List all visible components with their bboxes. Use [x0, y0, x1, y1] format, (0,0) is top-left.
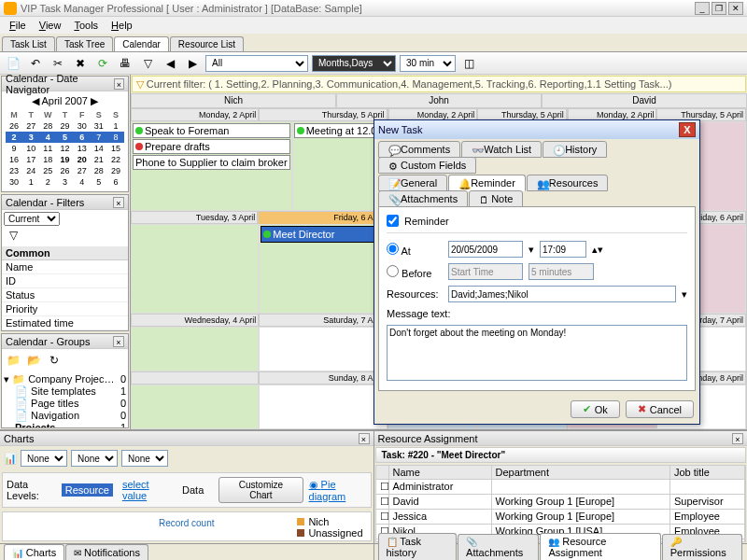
- group-tool-icon[interactable]: 📁: [4, 351, 22, 370]
- dlgtab-custom[interactable]: ⚙Custom Fields: [378, 157, 476, 174]
- chart-sel1[interactable]: None: [21, 450, 67, 467]
- tab-charts[interactable]: 📊 Charts: [4, 544, 64, 560]
- scope-select[interactable]: All: [205, 55, 308, 72]
- dlgtab-reminder[interactable]: 🔔Reminder: [448, 175, 526, 191]
- menu-tools[interactable]: Tools: [68, 18, 104, 33]
- filter-icon[interactable]: ▽: [136, 78, 144, 91]
- panel-close-icon[interactable]: ×: [113, 197, 124, 208]
- filter-icon[interactable]: ▽: [138, 54, 157, 73]
- event[interactable]: Speak to Foreman: [133, 123, 290, 138]
- event[interactable]: Meeting at 12.00: [294, 123, 386, 138]
- dlgtab-note[interactable]: 🗒Note: [469, 190, 523, 207]
- dlgtab-watch[interactable]: 👓Watch List: [461, 141, 542, 158]
- task-header: Task: #220 - "Meet Director": [375, 447, 747, 463]
- prop-row[interactable]: Name: [2, 260, 128, 274]
- dropdown-icon[interactable]: ▾: [682, 288, 687, 301]
- main-tabs: Task List Task Tree Calendar Resource Li…: [0, 34, 747, 52]
- table-row[interactable]: ☐JessicaWorking Group 1 [Europe]Employee: [376, 510, 746, 525]
- table-row[interactable]: ☐DavidWorking Group 1 [Europe]Supervisor: [376, 495, 746, 510]
- before-radio[interactable]: [387, 265, 399, 277]
- tab-resource-assignment[interactable]: 👥 Resource Assignment: [540, 533, 660, 560]
- ok-button[interactable]: ✔Ok: [571, 400, 620, 418]
- watch-icon: 👓: [472, 145, 481, 154]
- message-textarea[interactable]: Don't forget about the meeting on Monday…: [387, 325, 687, 381]
- cut-icon[interactable]: ✂: [49, 54, 67, 73]
- dlgtab-attachments[interactable]: 📎Attachments: [378, 190, 468, 207]
- filter-tool-icon[interactable]: ▽: [4, 226, 22, 245]
- close-button[interactable]: ✕: [728, 2, 743, 15]
- date-picker-icon[interactable]: ▾: [529, 244, 534, 256]
- panel-close-icon[interactable]: ×: [113, 336, 124, 347]
- titlebar: VIP Task Manager Professional [ User : A…: [0, 0, 747, 17]
- at-radio[interactable]: [387, 243, 399, 255]
- print-icon[interactable]: 🖶: [116, 54, 134, 73]
- day-cell[interactable]: Meet Director: [259, 224, 387, 314]
- panel-close-icon[interactable]: ×: [359, 433, 370, 444]
- level-resource[interactable]: Resource: [62, 483, 113, 497]
- event[interactable]: Phone to Supplier to claim broker: [133, 155, 290, 170]
- common-header[interactable]: Common: [2, 246, 128, 260]
- mini-calendar[interactable]: MTWTFSS 2627282930311 2345678 9101112131…: [6, 109, 124, 188]
- prop-row[interactable]: ID: [2, 274, 128, 288]
- refresh-icon[interactable]: ⟳: [93, 54, 112, 73]
- menu-help[interactable]: Help: [106, 18, 138, 33]
- prev-icon[interactable]: ◀: [161, 54, 179, 73]
- groups-panel: Calendar - Groups× 📁 📂 ↻ ▾ 📁 Company Pro…: [1, 333, 129, 428]
- date-input[interactable]: [448, 241, 523, 258]
- general-icon: 📝: [388, 178, 398, 188]
- tab-task-tree[interactable]: Task Tree: [56, 36, 113, 51]
- time-input[interactable]: [540, 241, 586, 258]
- reminder-checkbox[interactable]: [387, 215, 399, 227]
- tab-task-list[interactable]: Task List: [2, 36, 55, 51]
- view-icon[interactable]: ◫: [459, 54, 478, 73]
- tab-resource-list[interactable]: Resource List: [170, 36, 244, 51]
- nav-month[interactable]: ◀ April 2007 ▶: [6, 95, 124, 107]
- dlgtab-resources[interactable]: 👥Resources: [527, 175, 609, 191]
- event[interactable]: Prepare drafts: [133, 139, 290, 154]
- delete-icon[interactable]: ✖: [71, 54, 90, 73]
- minimize-button[interactable]: _: [695, 2, 710, 15]
- tab-task-history[interactable]: 📋 Task history: [378, 533, 458, 560]
- menu-view[interactable]: View: [34, 18, 67, 33]
- pie-link[interactable]: ◉ Pie diagram: [309, 479, 367, 502]
- dialog-close-button[interactable]: X: [679, 122, 696, 137]
- dlgtab-general[interactable]: 📝General: [378, 175, 447, 191]
- day-cell[interactable]: Speak to Foreman Prepare drafts Phone to…: [131, 121, 292, 211]
- next-icon[interactable]: ▶: [183, 54, 202, 73]
- dlgtab-history[interactable]: 🕘History: [543, 141, 607, 158]
- chart-type-icon[interactable]: 📊: [4, 453, 17, 465]
- chart-sel3[interactable]: None: [121, 450, 168, 467]
- undo-icon[interactable]: ↶: [26, 54, 45, 73]
- tab-notifications[interactable]: ✉ Notifications: [65, 544, 148, 560]
- panel-close-icon[interactable]: ×: [114, 78, 124, 90]
- prop-row[interactable]: Estimated time: [2, 316, 128, 330]
- event-selected[interactable]: Meet Director: [261, 226, 385, 243]
- filter-select[interactable]: Current: [4, 212, 60, 226]
- prop-row[interactable]: Priority: [2, 302, 128, 316]
- period-select[interactable]: Months,Days: [312, 55, 396, 72]
- new-icon[interactable]: 📄: [4, 54, 22, 73]
- day-cell[interactable]: [131, 224, 259, 314]
- prop-row[interactable]: Status: [2, 288, 128, 302]
- tab-permissions[interactable]: 🔑 Permissions: [662, 534, 742, 560]
- dlgtab-comments[interactable]: 💬Comments: [378, 141, 460, 158]
- before-amount-input: [529, 263, 594, 280]
- level-data[interactable]: Data: [178, 483, 207, 497]
- cancel-button[interactable]: ✖Cancel: [626, 400, 694, 418]
- chart-sel2[interactable]: None: [71, 450, 118, 467]
- group-tool-icon[interactable]: 📂: [24, 351, 43, 370]
- customize-chart-button[interactable]: Customize Chart: [218, 477, 303, 503]
- maximize-button[interactable]: ❐: [712, 2, 726, 15]
- group-tool-icon[interactable]: ↻: [45, 351, 63, 370]
- time-spinner-icon[interactable]: ▴▾: [592, 244, 603, 256]
- interval-select[interactable]: 30 min: [400, 55, 456, 72]
- level-select[interactable]: select value: [119, 478, 173, 502]
- panel-close-icon[interactable]: ×: [732, 433, 743, 444]
- resources-input[interactable]: [448, 286, 676, 302]
- tab-calendar[interactable]: Calendar: [114, 36, 169, 51]
- menu-file[interactable]: File: [4, 18, 32, 33]
- dialog-titlebar[interactable]: New Task X: [374, 120, 699, 139]
- table-row[interactable]: ☐Administrator: [376, 480, 746, 495]
- tab-attachments[interactable]: 📎 Attachments: [458, 534, 539, 560]
- groups-tree[interactable]: ▾ 📁 Company Projects - USA -0 📄 Site tem…: [2, 371, 128, 428]
